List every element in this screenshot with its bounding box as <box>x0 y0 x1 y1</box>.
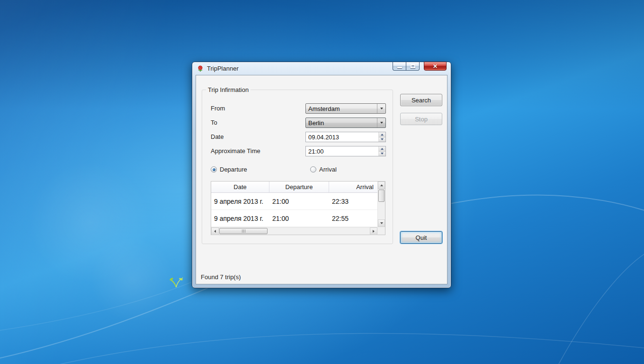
to-label: To <box>211 119 217 126</box>
desktop-plant-sprout <box>170 276 184 288</box>
minimize-icon <box>397 67 402 68</box>
maximize-button[interactable] <box>406 62 420 71</box>
date-spin-buttons <box>378 132 385 142</box>
cell-date: 9 апреля 2013 г. <box>211 193 269 209</box>
to-combobox[interactable]: Berlin <box>305 118 386 128</box>
group-title: Trip Infirmation <box>206 86 250 93</box>
scroll-up-icon[interactable] <box>378 182 385 189</box>
arrival-radio[interactable]: Arrival <box>310 166 337 173</box>
minimize-button[interactable] <box>393 62 406 71</box>
vertical-scrollbar[interactable] <box>377 182 385 227</box>
spin-up-icon[interactable] <box>379 132 385 137</box>
date-label: Date <box>211 133 224 140</box>
from-row: From Amsterdam <box>211 103 386 115</box>
spin-down-icon[interactable] <box>379 137 385 142</box>
table-row[interactable]: 9 апреля 2013 г. 21:00 22:55 <box>211 210 377 227</box>
horizontal-scrollbar[interactable] <box>211 227 377 235</box>
time-spin-buttons <box>378 146 385 156</box>
radio-icon <box>211 166 217 173</box>
column-header-date[interactable]: Date <box>211 182 269 192</box>
quit-button[interactable]: Quit <box>400 231 442 244</box>
window-content: Trip Infirmation From Amsterdam To Berli… <box>196 75 447 284</box>
scroll-right-icon[interactable] <box>370 228 377 235</box>
cell-departure: 21:00 <box>269 210 329 227</box>
cell-arrival: 22:33 <box>329 193 377 209</box>
table-row[interactable]: 9 апреля 2013 г. 21:00 22:33 <box>211 193 377 210</box>
approximate-time-label: Approximate Time <box>211 147 260 155</box>
time-spinner[interactable]: 21:00 <box>305 146 386 156</box>
date-value: 09.04.2013 <box>306 132 378 142</box>
chevron-down-icon[interactable] <box>377 104 385 113</box>
cell-departure: 21:00 <box>269 193 329 209</box>
direction-radio-group: Departure Arrival <box>211 166 386 173</box>
scroll-down-icon[interactable] <box>378 219 385 227</box>
spin-up-icon[interactable] <box>379 146 385 152</box>
close-button[interactable]: ✕ <box>424 62 447 71</box>
departure-radio[interactable]: Departure <box>211 166 247 173</box>
vertical-scroll-thumb[interactable] <box>378 190 385 202</box>
arrival-label: Arrival <box>319 166 337 173</box>
to-value: Berlin <box>306 119 377 127</box>
cell-date: 9 апреля 2013 г. <box>211 210 269 227</box>
close-icon: ✕ <box>433 64 438 69</box>
app-icon <box>197 65 204 73</box>
stop-button: Stop <box>400 113 442 125</box>
cell-arrival: 22:55 <box>329 210 377 227</box>
tripplanner-window: TripPlanner ✕ Trip Infirmation From Amst… <box>192 62 451 288</box>
date-spinner[interactable]: 09.04.2013 <box>305 132 386 142</box>
column-header-arrival[interactable]: Arrival <box>329 182 377 192</box>
status-text: Found 7 trip(s) <box>201 273 241 281</box>
scroll-left-icon[interactable] <box>211 228 219 235</box>
horizontal-scroll-thumb[interactable] <box>219 228 268 234</box>
trips-table-body: Date Departure Arrival 9 апреля 2013 г. … <box>211 182 377 227</box>
caption-buttons: ✕ <box>393 62 447 71</box>
to-row: To Berlin <box>211 118 386 129</box>
spin-down-icon[interactable] <box>379 152 385 156</box>
scrollbar-corner <box>377 227 385 235</box>
time-row: Approximate Time 21:00 <box>211 146 386 157</box>
column-header-departure[interactable]: Departure <box>269 182 329 192</box>
table-header: Date Departure Arrival <box>211 182 377 193</box>
date-row: Date 09.04.2013 <box>211 132 386 143</box>
from-value: Amsterdam <box>306 105 377 112</box>
from-label: From <box>211 105 225 112</box>
window-title: TripPlanner <box>207 65 239 72</box>
chevron-down-icon[interactable] <box>377 118 385 127</box>
maximize-icon <box>411 64 415 68</box>
trip-information-group: Trip Infirmation From Amsterdam To Berli… <box>202 90 393 244</box>
from-combobox[interactable]: Amsterdam <box>305 103 386 114</box>
time-value: 21:00 <box>306 146 378 156</box>
radio-icon <box>310 166 316 173</box>
departure-label: Departure <box>220 166 247 173</box>
trips-table: Date Departure Arrival 9 апреля 2013 г. … <box>211 181 385 235</box>
search-button[interactable]: Search <box>400 94 442 106</box>
title-bar[interactable]: TripPlanner ✕ <box>192 62 451 75</box>
